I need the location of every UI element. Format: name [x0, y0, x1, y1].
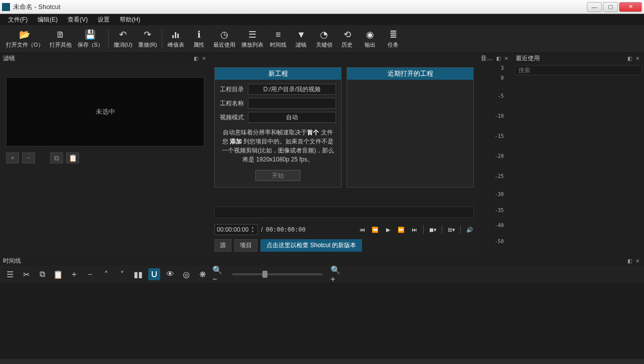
scrub-button[interactable]: 👁 — [164, 268, 176, 280]
stopwatch-icon: ◔ — [318, 29, 330, 40]
save-icon: 💾 — [85, 29, 96, 40]
panel-undock-icon[interactable]: ◧ — [495, 55, 502, 62]
open-other-button[interactable]: 🗎打开其他 — [47, 28, 75, 50]
audio-scale: 3 0 -5 -10 -15 -20 -25 -30 -35 -40 -50 — [478, 63, 513, 256]
main-toolbar: 📂打开文件（O） 🗎打开其他 💾保存（S） ↶撤消(U) ↷重做(R) 峰值表 … — [0, 25, 644, 53]
filters-title: 滤镜 — [3, 54, 15, 63]
stack-icon: ≣ — [388, 29, 399, 40]
overwrite-button[interactable]: ˅ — [116, 268, 128, 280]
file-plus-icon: 🗎 — [55, 29, 66, 40]
split-button[interactable]: ▮▮ — [132, 268, 144, 280]
filters-panel: 滤镜◧✕ 未选中 ＋ － ⧉ 📋 — [0, 53, 210, 256]
svg-rect-0 — [172, 35, 174, 38]
grid-button[interactable]: ⊞▾ — [447, 226, 455, 234]
video-mode-select[interactable]: 自动 — [248, 112, 336, 123]
filter-copy-button[interactable]: ⧉ — [50, 152, 63, 163]
panel-close-icon[interactable]: ✕ — [200, 55, 207, 62]
audio-meter-panel: 音…◧✕ 3 0 -5 -10 -15 -20 -25 -30 -35 -40 … — [478, 53, 513, 256]
timecode-in[interactable]: 00:00:00:00▲▼ — [214, 224, 258, 235]
panel-undock-icon[interactable]: ◧ — [626, 55, 633, 62]
undo-button[interactable]: ↶撤消(U) — [111, 28, 135, 50]
append-button[interactable]: ＋ — [68, 268, 80, 280]
clock-icon: ◷ — [219, 29, 230, 40]
tc-up-icon[interactable]: ▲ — [249, 226, 255, 230]
svg-rect-1 — [175, 32, 176, 38]
forward-button[interactable]: ⏩ — [397, 226, 405, 234]
recent-button[interactable]: ◷最近使用 — [210, 28, 238, 50]
history-button[interactable]: ⟲历史 — [336, 28, 359, 50]
filter-paste-button[interactable]: 📋 — [66, 152, 79, 163]
rewind-button[interactable]: ⏪ — [371, 226, 379, 234]
recent-search-input[interactable] — [515, 65, 642, 75]
save-button[interactable]: 💾保存（S） — [75, 28, 106, 50]
start-button[interactable]: 开始 — [255, 170, 300, 181]
copy-button[interactable]: ⧉ — [36, 268, 48, 280]
close-button[interactable]: ✕ — [619, 2, 642, 12]
zoom-slider[interactable] — [232, 273, 323, 275]
timeline-tracks[interactable] — [0, 283, 644, 359]
history-icon: ⟲ — [342, 29, 353, 40]
filter-remove-button[interactable]: － — [22, 152, 35, 163]
ripple-button[interactable]: ◎ — [180, 268, 192, 280]
properties-button[interactable]: ℹ属性 — [187, 28, 210, 50]
menu-settings[interactable]: 设置 — [93, 15, 115, 25]
timeline-icon: ≡ — [272, 29, 283, 40]
cut-button[interactable]: ✂ — [20, 268, 32, 280]
mode-description: 自动意味着分辨率和帧速取决于首个 文件您 添加 到您项目中的。如果首个文件不是一… — [220, 126, 336, 166]
source-tab[interactable]: 源 — [214, 239, 231, 252]
disc-icon: ◉ — [365, 29, 376, 40]
snap-button[interactable] — [148, 268, 160, 280]
timeline-menu-button[interactable]: ☰ — [4, 268, 16, 280]
update-notice[interactable]: 点击这里以检查 Shotcut 的新版本 — [260, 239, 362, 252]
maximize-button[interactable]: ▢ — [603, 2, 618, 12]
jobs-button[interactable]: ≣任务 — [382, 28, 405, 50]
menu-help[interactable]: 帮助(H) — [115, 15, 145, 25]
redo-button[interactable]: ↷重做(R) — [135, 28, 160, 50]
lift-button[interactable]: ˄ — [100, 268, 112, 280]
volume-button[interactable]: 🔊 — [466, 226, 474, 234]
timeline-button[interactable]: ≡时间线 — [266, 28, 289, 50]
new-project-card: 新工程 工程目录D:/用户目录/我的视频 工程名称 视频模式自动 自动意味着分辨… — [214, 67, 342, 188]
panel-close-icon[interactable]: ✕ — [634, 55, 641, 62]
panel-close-icon[interactable]: ✕ — [503, 55, 510, 62]
funnel-icon: ▼ — [295, 29, 306, 40]
titlebar: 未命名 - Shotcut — ▢ ✕ — [0, 0, 644, 14]
skip-end-button[interactable]: ⏭ — [410, 226, 418, 234]
remove-button[interactable]: － — [84, 268, 96, 280]
open-file-button[interactable]: 📂打开文件（O） — [3, 28, 47, 50]
name-label: 工程名称 — [220, 99, 248, 108]
zoom-out-button[interactable]: 🔍− — [212, 268, 224, 280]
export-button[interactable]: ◉输出 — [359, 28, 382, 50]
zoom-in-button[interactable]: 🔍+ — [331, 268, 343, 280]
filter-add-button[interactable]: ＋ — [6, 152, 19, 163]
playlist-button[interactable]: ☰播放列表 — [238, 28, 266, 50]
panel-undock-icon[interactable]: ◧ — [626, 257, 633, 264]
keyframes-button[interactable]: ◔关键侦 — [312, 28, 336, 50]
play-button[interactable]: ▶ — [384, 226, 392, 234]
info-icon: ℹ — [193, 29, 204, 40]
new-project-header: 新工程 — [215, 68, 341, 80]
filters-button[interactable]: ▼滤镜 — [289, 28, 312, 50]
project-folder-select[interactable]: D:/用户目录/我的视频 — [248, 84, 336, 95]
skip-start-button[interactable]: ⏮ — [358, 226, 366, 234]
folder-label: 工程目录 — [220, 85, 248, 94]
peak-meter-button[interactable]: 峰值表 — [164, 28, 187, 50]
menu-edit[interactable]: 编辑(E) — [33, 15, 63, 25]
panel-undock-icon[interactable]: ◧ — [192, 55, 199, 62]
zoom-fit-button[interactable]: ◼▾ — [429, 226, 437, 234]
menu-view[interactable]: 查看(V) — [63, 15, 93, 25]
timeline-panel: 时间线◧✕ ☰ ✂ ⧉ 📋 ＋ － ˄ ˅ ▮▮ 👁 ◎ ❋ 🔍− 🔍+ — [0, 256, 644, 359]
menu-file[interactable]: 文件(F) — [3, 15, 33, 25]
mode-label: 视频模式 — [220, 113, 248, 122]
window-title: 未命名 - Shotcut — [13, 3, 587, 12]
project-name-input[interactable] — [248, 98, 336, 109]
player-scrubber[interactable] — [214, 207, 474, 218]
recent-projects-header: 近期打开的工程 — [347, 68, 473, 80]
project-tab[interactable]: 项目 — [234, 239, 257, 252]
paste-button[interactable]: 📋 — [52, 268, 64, 280]
ripple-all-button[interactable]: ❋ — [196, 268, 208, 280]
recent-projects-list — [347, 80, 473, 175]
panel-close-icon[interactable]: ✕ — [634, 257, 641, 264]
tc-down-icon[interactable]: ▼ — [249, 230, 255, 234]
minimize-button[interactable]: — — [587, 2, 602, 12]
